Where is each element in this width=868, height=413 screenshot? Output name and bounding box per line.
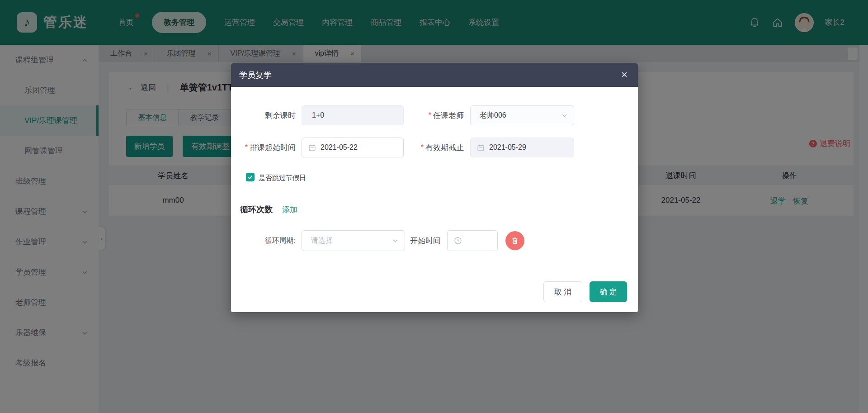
skip-holiday-label: 是否跳过节假日 bbox=[259, 174, 306, 182]
cancel-button[interactable]: 取 消 bbox=[543, 281, 582, 302]
confirm-button[interactable]: 确 定 bbox=[590, 281, 627, 302]
modal-title: 学员复学 bbox=[239, 63, 272, 87]
remaining-hours-label: 剩余课时 bbox=[231, 105, 296, 125]
teacher-select[interactable]: 老师006 bbox=[470, 105, 574, 125]
start-date-label: * 排课起始时间 bbox=[231, 138, 296, 157]
chevron-down-icon bbox=[392, 238, 398, 244]
chevron-down-icon bbox=[561, 113, 567, 119]
cycle-start-label: 开始时间 bbox=[410, 230, 445, 251]
calendar-icon bbox=[308, 144, 316, 152]
modal-close-icon[interactable]: × bbox=[618, 68, 631, 81]
end-date-field[interactable]: 2021-05-29 bbox=[470, 138, 574, 157]
delete-cycle-button[interactable] bbox=[505, 231, 524, 250]
cycle-add-link[interactable]: 添加 bbox=[282, 204, 297, 215]
required-asterisk: * bbox=[245, 143, 248, 152]
teacher-label: * 任课老师 bbox=[385, 105, 464, 125]
cycle-start-time-field[interactable] bbox=[447, 230, 498, 251]
modal-header: 学员复学 × bbox=[231, 63, 638, 87]
trash-icon bbox=[511, 237, 519, 245]
cycle-period-label: 循环周期: bbox=[231, 230, 296, 251]
clock-icon bbox=[454, 237, 462, 245]
resume-study-modal: 学员复学 × 剩余课时 1+0 * 任课老师 老师006 * 排课起始时间 20… bbox=[231, 63, 638, 312]
cycle-period-select[interactable]: 请选择 bbox=[302, 230, 405, 251]
required-asterisk: * bbox=[429, 111, 431, 119]
skip-holiday-checkbox[interactable] bbox=[246, 173, 255, 181]
calendar-icon bbox=[477, 144, 485, 152]
cycle-section-title: 循环次数 bbox=[240, 204, 273, 215]
end-date-label: * 有效期截止 bbox=[385, 138, 464, 157]
check-icon bbox=[247, 174, 253, 180]
required-asterisk: * bbox=[421, 143, 424, 152]
